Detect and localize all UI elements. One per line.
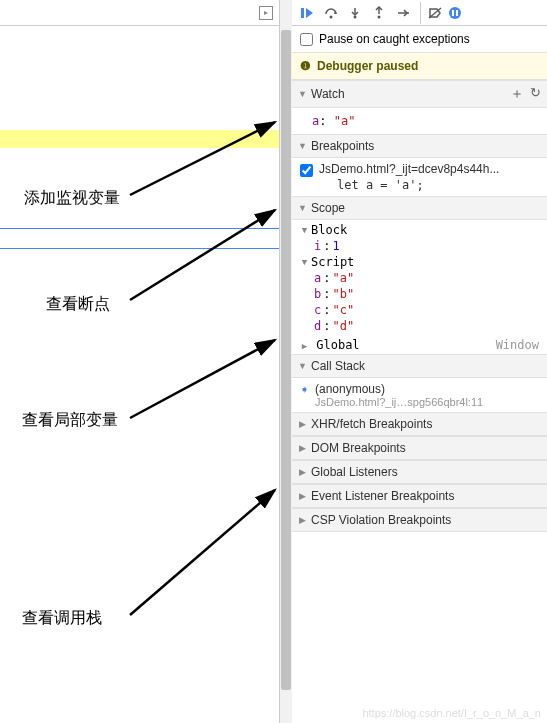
watermark: https://blog.csdn.net/I_r_o_n_M_a_n <box>362 707 541 719</box>
pause-exceptions-icon[interactable] <box>444 2 466 24</box>
chevron-down-icon: ▼ <box>298 142 307 151</box>
callstack-title: Call Stack <box>311 359 541 373</box>
scope-var[interactable]: a: "a" <box>300 270 539 286</box>
resume-icon[interactable] <box>296 2 318 24</box>
annotation-callstack: 查看调用栈 <box>22 608 102 629</box>
event-breakpoints-header[interactable]: ▶ Event Listener Breakpoints <box>292 484 547 508</box>
breakpoints-header[interactable]: ▼ Breakpoints <box>292 134 547 158</box>
scope-body: ▼Block i: 1 ▼Script a: "a" b: "b" c: "c"… <box>292 220 547 336</box>
highlight-line <box>0 130 279 148</box>
chevron-right-icon: ▶ <box>298 420 307 429</box>
scope-var[interactable]: b: "b" <box>300 286 539 302</box>
dom-breakpoints-header[interactable]: ▶ DOM Breakpoints <box>292 436 547 460</box>
step-into-icon[interactable] <box>344 2 366 24</box>
scope-block[interactable]: ▼Block <box>300 222 539 238</box>
scrollbar-thumb[interactable] <box>281 30 291 690</box>
chevron-right-icon: ▶ <box>298 444 307 453</box>
global-listeners-header[interactable]: ▶ Global Listeners <box>292 460 547 484</box>
chevron-right-icon: ▶ <box>298 516 307 525</box>
watch-header[interactable]: ▼ Watch ＋ ↻ <box>292 80 547 108</box>
info-icon: ❶ <box>300 59 311 73</box>
scope-var[interactable]: i: 1 <box>300 238 539 254</box>
xhr-breakpoints-header[interactable]: ▶ XHR/fetch Breakpoints <box>292 412 547 436</box>
step-icon[interactable] <box>392 2 414 24</box>
add-watch-icon[interactable]: ＋ <box>510 85 524 103</box>
svg-point-13 <box>449 7 461 19</box>
chevron-right-icon: ▶ <box>298 468 307 477</box>
breakpoint-code: let a = 'a'; <box>319 176 539 192</box>
breakpoint-file: JsDemo.html?_ijt=dcev8p4s44h... <box>319 162 539 176</box>
scope-var[interactable]: c: "c" <box>300 302 539 318</box>
step-over-icon[interactable] <box>320 2 342 24</box>
annotation-breakpoints: 查看断点 <box>46 294 110 315</box>
callstack-header[interactable]: ▼ Call Stack <box>292 354 547 378</box>
annotation-watch: 添加监视变量 <box>24 188 120 209</box>
pause-caught-checkbox[interactable] <box>300 33 313 46</box>
chevron-down-icon: ▼ <box>298 362 307 371</box>
pause-caught-label: Pause on caught exceptions <box>319 32 470 46</box>
chevron-right-icon: ▶ <box>298 492 307 501</box>
scope-script[interactable]: ▼Script <box>300 254 539 270</box>
breakpoints-title: Breakpoints <box>311 139 541 153</box>
svg-rect-4 <box>301 8 304 18</box>
svg-line-1 <box>130 210 275 300</box>
current-frame-icon: ➧ <box>300 383 309 396</box>
watch-body: a: "a" <box>292 108 547 134</box>
breakpoint-checkbox[interactable] <box>300 164 313 177</box>
scope-header[interactable]: ▼ Scope <box>292 196 547 220</box>
callstack-item[interactable]: ➧ (anonymous) JsDemo.html?_ij…spg566qbr4… <box>292 378 547 412</box>
paused-text: Debugger paused <box>317 59 418 73</box>
scope-global[interactable]: ▶ Global Window <box>292 336 547 354</box>
svg-point-5 <box>330 15 333 18</box>
scope-var[interactable]: d: "d" <box>300 318 539 334</box>
chevron-down-icon: ▼ <box>298 204 307 213</box>
refresh-watch-icon[interactable]: ↻ <box>530 85 541 103</box>
chevron-down-icon: ▼ <box>298 90 307 99</box>
svg-point-8 <box>378 15 381 18</box>
debugger-panel: Pause on caught exceptions ❶ Debugger pa… <box>292 0 547 723</box>
svg-rect-14 <box>452 10 454 16</box>
svg-line-2 <box>130 340 275 418</box>
divider-line <box>0 248 279 249</box>
debugger-toolbar <box>292 0 547 26</box>
scrollbar[interactable] <box>280 0 292 723</box>
csp-breakpoints-header[interactable]: ▶ CSP Violation Breakpoints <box>292 508 547 532</box>
pause-caught-row: Pause on caught exceptions <box>292 26 547 53</box>
debugger-paused-banner: ❶ Debugger paused <box>292 53 547 80</box>
callstack-file: JsDemo.html?_ij…spg566qbr4l:11 <box>315 396 539 408</box>
deactivate-breakpoints-icon[interactable] <box>420 2 442 24</box>
left-panel: ▸ 添加监视变量 查看断点 查看局部变量 查看调用栈 <box>0 0 280 723</box>
svg-line-3 <box>130 490 275 615</box>
watch-item[interactable]: a: "a" <box>312 112 539 130</box>
drawer-toggle-icon[interactable]: ▸ <box>259 6 273 20</box>
callstack-name: (anonymous) <box>315 382 539 396</box>
step-out-icon[interactable] <box>368 2 390 24</box>
scope-title: Scope <box>311 201 541 215</box>
annotation-scope: 查看局部变量 <box>22 410 118 431</box>
watch-title: Watch <box>311 87 506 101</box>
breakpoint-item[interactable]: JsDemo.html?_ijt=dcev8p4s44h... let a = … <box>292 158 547 196</box>
svg-rect-15 <box>456 10 458 16</box>
divider-line <box>0 228 279 229</box>
svg-point-11 <box>407 12 409 14</box>
